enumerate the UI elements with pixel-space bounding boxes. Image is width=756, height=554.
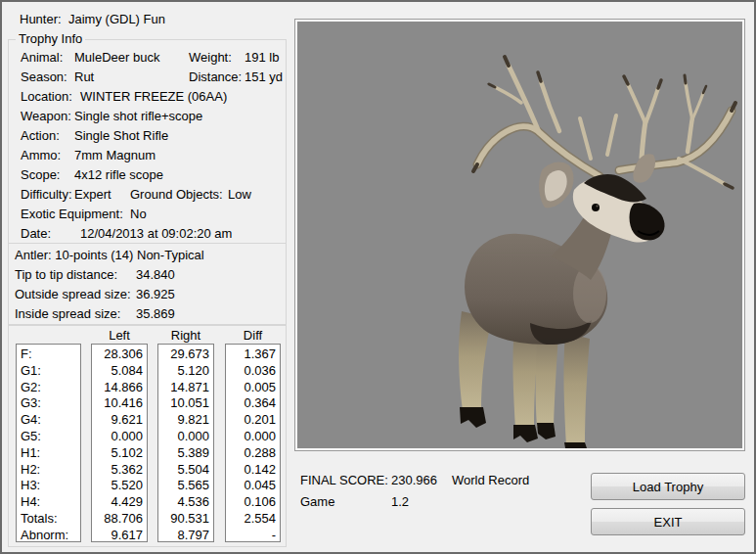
measurement-label: H3: <box>21 478 76 494</box>
deer-eye-highlight <box>597 206 599 208</box>
diff-value: 0.036 <box>230 363 276 380</box>
right-values-listbox: 29.673 5.120 14.871 10.051 9.821 0.000 5… <box>157 344 214 542</box>
game-label: Game <box>300 493 334 511</box>
location-value: WINTER FREEZE (06AA) <box>80 87 227 107</box>
right-value: 0.000 <box>162 429 209 445</box>
left-value: 28.306 <box>96 346 143 363</box>
trophy-image-panel <box>295 20 744 450</box>
difficulty-label: Difficulty: <box>21 185 72 205</box>
distance-label: Distance: <box>189 68 242 87</box>
final-score-label: FINAL SCORE: <box>300 472 388 489</box>
hunter-row: Hunter: Jaimy (GDL) Fun <box>20 10 293 29</box>
diff-value: 0.045 <box>230 478 276 494</box>
right-value: 10.051 <box>162 395 209 412</box>
trophy-dialog: Hunter: Jaimy (GDL) Fun Trophy Info Anim… <box>0 0 756 554</box>
world-record-text: World Record <box>452 472 529 489</box>
ammo-value: 7mm Magnum <box>74 146 156 165</box>
date-value: 12/04/2013 at 09:02:20 am <box>80 224 232 244</box>
diff-values-listbox: 1.367 0.036 0.005 0.364 0.201 0.000 0.28… <box>225 344 281 542</box>
deer-eye <box>592 204 600 211</box>
ground-objects-value: Low <box>228 185 251 205</box>
left-value: 5.084 <box>96 363 143 380</box>
right-value: 5.565 <box>162 478 209 494</box>
column-header-diff: Diff <box>225 328 281 344</box>
season-label: Season: <box>21 68 67 87</box>
measurement-labels-listbox: F: G1: G2: G3: G4: G5: H1: H2: H3: H4: T… <box>16 344 81 542</box>
measurement-label: G3: <box>21 395 76 412</box>
left-value: 10.416 <box>96 395 143 412</box>
left-value: 9.617 <box>96 528 143 542</box>
diff-value: 0.288 <box>230 445 276 462</box>
measurements-groupbox: Left Right Diff F: G1: G2: G3: G4: G5: H… <box>8 325 287 547</box>
outside-spread-value: 36.925 <box>136 285 175 304</box>
hunter-label: Hunter: <box>20 10 62 29</box>
date-label: Date: <box>21 224 51 244</box>
left-value: 5.102 <box>96 445 143 462</box>
weight-label: Weight: <box>189 48 232 68</box>
scope-value: 4x12 rifle scope <box>74 165 163 185</box>
weight-value: 191 lb <box>245 48 279 68</box>
animal-value: MuleDeer buck <box>74 48 159 68</box>
load-trophy-button[interactable]: Load Trophy <box>591 473 745 500</box>
diff-value: 0.106 <box>230 494 276 511</box>
deer-image <box>297 22 742 448</box>
measurement-label: F: <box>21 346 76 363</box>
hunter-value: Jaimy (GDL) Fun <box>68 10 165 29</box>
right-value: 9.821 <box>162 412 209 429</box>
measurement-label: G1: <box>21 363 76 380</box>
measurement-label: H2: <box>21 462 76 479</box>
measurement-label: H1: <box>21 445 76 462</box>
difficulty-value: Expert <box>74 185 111 205</box>
final-score-value: 230.966 <box>391 472 437 489</box>
measurement-label: G4: <box>21 412 76 429</box>
exotic-equipment-value: No <box>130 205 147 224</box>
right-value: 14.871 <box>162 380 209 396</box>
diff-value: 0.005 <box>230 380 276 396</box>
ground-objects-label: Ground Objects: <box>130 185 223 205</box>
column-header-left: Left <box>91 328 148 344</box>
measurement-label: G2: <box>21 380 76 396</box>
left-value: 5.520 <box>96 478 143 494</box>
ammo-label: Ammo: <box>21 146 61 165</box>
outside-spread-label: Outside spread size: <box>15 285 131 304</box>
diff-value: 2.554 <box>230 511 276 528</box>
right-value: 5.120 <box>162 363 209 380</box>
measurement-label: H4: <box>21 494 76 511</box>
exotic-equipment-label: Exotic Equipment: <box>21 205 123 224</box>
weapon-label: Weapon: <box>21 107 71 126</box>
tip-to-tip-label: Tip to tip distance: <box>15 265 117 285</box>
trophy-info-group-label: Trophy Info <box>16 31 85 47</box>
left-value: 0.000 <box>96 429 143 445</box>
tip-to-tip-value: 34.840 <box>136 265 175 285</box>
season-value: Rut <box>74 68 94 87</box>
weapon-value: Single shot rifle+scope <box>74 107 202 126</box>
antler-summary: Antler: 10-points (14) Non-Typical <box>15 246 204 265</box>
game-version-value: 1.2 <box>391 493 409 511</box>
measurement-label: Abnorm: <box>21 528 76 542</box>
inside-spread-label: Inside spread size: <box>15 304 120 324</box>
diff-value: 0.201 <box>230 412 276 429</box>
location-label: Location: <box>21 87 72 107</box>
diff-value: 0.000 <box>230 429 276 445</box>
right-value: 90.531 <box>162 511 209 528</box>
distance-value: 151 yd <box>245 68 283 87</box>
diff-value: - <box>230 528 276 542</box>
left-value: 14.866 <box>96 380 143 396</box>
scope-label: Scope: <box>21 165 60 185</box>
column-header-right: Right <box>157 328 214 344</box>
measurement-label: Totals: <box>21 511 76 528</box>
left-values-listbox: 28.306 5.084 14.866 10.416 9.621 0.000 5… <box>91 344 148 542</box>
right-value: 5.389 <box>162 445 209 462</box>
diff-value: 0.142 <box>230 462 276 479</box>
left-value: 5.362 <box>96 462 143 479</box>
right-value: 5.504 <box>162 462 209 479</box>
right-value: 8.797 <box>162 528 209 542</box>
trophy-info-groupbox: Trophy Info Animal: MuleDeer buck Weight… <box>8 39 287 244</box>
left-value: 4.429 <box>96 494 143 511</box>
diff-value: 0.364 <box>230 395 276 412</box>
action-label: Action: <box>21 126 60 146</box>
left-value: 88.706 <box>96 511 143 528</box>
exit-button[interactable]: EXIT <box>591 508 745 535</box>
antler-summary-box: Antler: 10-points (14) Non-Typical Tip t… <box>8 243 287 325</box>
action-value: Single Shot Rifle <box>74 126 168 146</box>
